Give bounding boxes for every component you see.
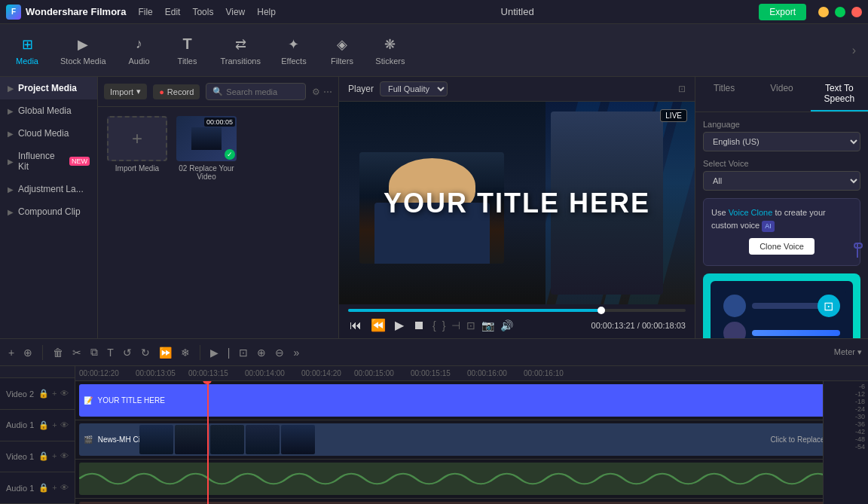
sidebar-item-project-media[interactable]: ▶ Project Media: [0, 77, 97, 99]
zoom-out-button[interactable]: ⊖: [273, 345, 286, 360]
search-box: 🔍: [206, 83, 306, 100]
undo-button[interactable]: ↺: [121, 345, 134, 360]
add-track-icon[interactable]: +: [52, 389, 57, 399]
aspect-ratio-icon[interactable]: ⊡: [678, 84, 686, 94]
crop-button[interactable]: ⊡: [237, 345, 250, 360]
screen-icon[interactable]: ⊡: [466, 319, 475, 331]
magnet-button[interactable]: ⊕: [21, 345, 35, 360]
sidebar-item-adjustment[interactable]: ▶ Adjustment La...: [0, 178, 97, 200]
close-button[interactable]: [851, 7, 862, 17]
text-button[interactable]: T: [105, 345, 116, 360]
volume-icon[interactable]: 🔊: [500, 319, 513, 331]
redo-button[interactable]: ↻: [139, 345, 152, 360]
speed-button[interactable]: ⏩: [157, 345, 174, 360]
split-icon[interactable]: ⊣: [451, 319, 460, 331]
eye-icon2[interactable]: 👁: [60, 420, 69, 430]
menu-edit[interactable]: Edit: [165, 7, 181, 17]
voice-select[interactable]: All: [703, 171, 860, 191]
split-button[interactable]: |: [225, 345, 233, 360]
voice-clone-link[interactable]: Voice Clone: [729, 208, 773, 217]
bracket-right-icon[interactable]: }: [442, 319, 446, 331]
lock-icon3[interactable]: 🔒: [38, 451, 49, 461]
voice-clone-text1: Use: [711, 208, 729, 217]
track-row-video1: [75, 460, 868, 499]
language-select[interactable]: English (US): [703, 132, 860, 151]
menu-tools[interactable]: Tools: [192, 7, 213, 17]
search-icon: 🔍: [212, 87, 223, 96]
filter-icon[interactable]: ⚙: [312, 87, 320, 97]
quality-select[interactable]: Full Quality: [380, 81, 448, 96]
add-icon2[interactable]: +: [52, 420, 57, 430]
export-button[interactable]: Export: [759, 4, 806, 20]
snapshot-icon[interactable]: 📷: [481, 319, 494, 331]
sidebar-item-cloud-media[interactable]: ▶ Cloud Media: [0, 122, 97, 145]
video-media-item[interactable]: 00:00:05 ✓ 02 Replace Your Video: [176, 116, 237, 181]
track-label-icons: 🔒 + 👁: [38, 420, 68, 430]
toolbar-media[interactable]: ⊞ Media: [12, 35, 42, 66]
toolbar-stock-media[interactable]: ▶ Stock Media: [60, 35, 106, 66]
more-icon[interactable]: ⋯: [323, 87, 332, 97]
progress-handle[interactable]: [598, 307, 605, 314]
voice-clone-box: Use Voice Clone to create your custom vo…: [703, 198, 860, 266]
meter-label[interactable]: Meter ▾: [834, 347, 862, 357]
eye-icon[interactable]: 👁: [60, 389, 69, 399]
play-button[interactable]: ▶: [393, 316, 405, 334]
freeze-button[interactable]: ❄: [179, 345, 192, 360]
tab-text-to-speech[interactable]: Text To Speech: [811, 77, 868, 111]
player-section: Player Full Quality ⊡: [339, 77, 695, 338]
audio-icon: ♪: [130, 35, 148, 53]
add-icon4[interactable]: +: [52, 483, 57, 493]
maximize-button[interactable]: [835, 7, 845, 17]
bracket-left-icon[interactable]: {: [432, 319, 436, 331]
lock-icon4[interactable]: 🔒: [38, 483, 49, 493]
timeline-toolbar: + ⊕ 🗑 ✂ ⧉ T ↺ ↻ ⏩ ❄ ▶ | ⊡ ⊕ ⊖ » Meter ▾: [0, 339, 868, 366]
menu-file[interactable]: File: [138, 7, 152, 17]
toolbar-audio[interactable]: ♪ Audio: [124, 35, 154, 66]
title-clip-label: 📝 YOUR TITLE HERE: [79, 396, 170, 405]
player-tab[interactable]: Player: [348, 84, 374, 94]
video-clip[interactable]: 🎬 News-MH Cisco D... Click to Replace Ma…: [79, 423, 857, 456]
menu-help[interactable]: Help: [257, 7, 276, 17]
minimize-button[interactable]: [818, 7, 829, 17]
add-track-button[interactable]: +: [6, 345, 17, 360]
media-duration-badge: 00:00:05: [204, 118, 235, 127]
lock-icon2[interactable]: 🔒: [38, 420, 49, 430]
copy-button[interactable]: ⧉: [88, 344, 100, 360]
sidebar-item-influence-kit[interactable]: ▶ Influence Kit NEW: [0, 145, 97, 178]
audio1b-label: Audio 1: [6, 484, 34, 493]
lock-icon[interactable]: 🔒: [38, 389, 49, 399]
title-clip[interactable]: 📝 YOUR TITLE HERE: [79, 384, 857, 417]
track-label-audio1: Audio 1 🔒 + 👁: [0, 410, 75, 441]
toolbar-titles[interactable]: T Titles: [173, 35, 203, 66]
toolbar-stickers[interactable]: ❋ Stickers: [375, 35, 405, 66]
import-media-item[interactable]: + Import Media: [107, 116, 167, 181]
sidebar-item-compound-clip[interactable]: ▶ Compound Clip: [0, 200, 97, 223]
step-back-button[interactable]: ⏪: [369, 316, 387, 334]
toolbar-effects[interactable]: ✦ Effects: [279, 35, 309, 66]
filters-icon: ◈: [333, 35, 351, 53]
cut-button[interactable]: ✂: [70, 345, 84, 360]
toolbar-more-arrow[interactable]: ›: [852, 44, 856, 57]
search-input[interactable]: [226, 87, 299, 96]
clone-voice-button[interactable]: Clone Voice: [749, 238, 815, 255]
add-icon3[interactable]: +: [52, 451, 57, 461]
audio-waveform-clip[interactable]: [79, 463, 857, 495]
import-button[interactable]: Import ▾: [104, 84, 147, 99]
progress-bar[interactable]: [348, 309, 686, 312]
more-tl-button[interactable]: »: [291, 345, 301, 360]
zoom-in-button[interactable]: ⊕: [255, 345, 268, 360]
eye-icon4[interactable]: 👁: [60, 483, 69, 493]
toolbar-filters[interactable]: ◈ Filters: [327, 35, 357, 66]
tab-video[interactable]: Video: [753, 77, 810, 111]
tab-titles[interactable]: Titles: [695, 77, 753, 111]
menu-view[interactable]: View: [225, 7, 245, 17]
record-button[interactable]: ● Record: [153, 84, 200, 99]
eye-icon3[interactable]: 👁: [60, 451, 69, 461]
play-button-tl[interactable]: ▶: [208, 345, 221, 360]
delete-button[interactable]: 🗑: [50, 345, 66, 360]
skip-back-button[interactable]: ⏮: [348, 317, 363, 334]
stop-button[interactable]: ⏹: [411, 317, 426, 334]
media-icon: ⊞: [18, 35, 36, 53]
sidebar-item-global-media[interactable]: ▶ Global Media: [0, 99, 97, 122]
toolbar-transitions[interactable]: ⇄ Transitions: [221, 35, 261, 66]
